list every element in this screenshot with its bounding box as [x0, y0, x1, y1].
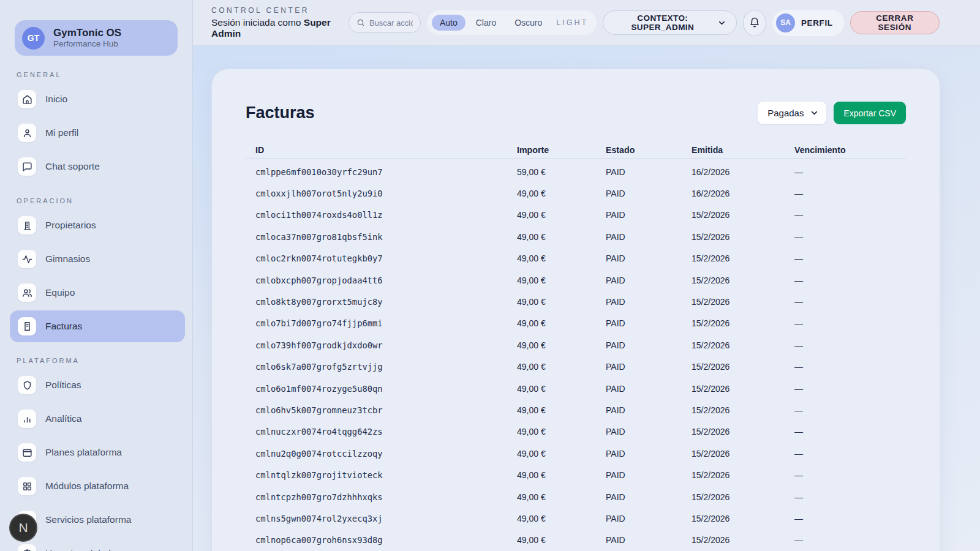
cell-estado: PAID — [606, 384, 692, 394]
export-csv-button[interactable]: Exportar CSV — [834, 102, 906, 124]
chevron-down-icon — [810, 108, 819, 118]
sidebar-item-facturas[interactable]: Facturas — [10, 310, 185, 342]
cell-vencimiento: — — [794, 449, 906, 459]
building-icon — [18, 216, 36, 234]
sidebar-item-label: Equipo — [45, 287, 75, 298]
context-label: CONTEXTO: SUPER_ADMIN — [613, 13, 712, 32]
table-row[interactable]: cmloc2rkn0074rotutegkb0y749,00 €PAID15/2… — [246, 248, 906, 269]
column-header-estado: Estado — [606, 145, 692, 155]
column-header-emitida: Emitida — [692, 145, 794, 155]
session-prefix: Sesión iniciada como — [211, 17, 301, 28]
profile-label: PERFIL — [801, 18, 833, 28]
session-text: Sesión iniciada como Super Admin — [211, 17, 342, 39]
cell-importe: 49,00 € — [517, 276, 606, 285]
cell-emitida: 15/2/2026 — [692, 340, 794, 350]
chat-icon — [18, 157, 36, 176]
card-header: Facturas Pagadas Exportar CSV — [246, 102, 906, 124]
cell-importe: 49,00 € — [517, 449, 606, 459]
sidebar-item-politicas[interactable]: Políticas — [10, 369, 185, 401]
notifications-button[interactable] — [743, 10, 766, 36]
cell-estado: PAID — [606, 362, 692, 372]
cell-estado: PAID — [606, 470, 692, 480]
cell-emitida: 15/2/2026 — [692, 384, 794, 394]
cell-estado: PAID — [606, 340, 692, 350]
table-row[interactable]: cmlo6hv5k007gromneuz3tcbr49,00 €PAID15/2… — [246, 399, 906, 421]
sidebar-item-label: Usuarios globales — [45, 548, 121, 551]
sidebar-item-analitica[interactable]: Analítica — [10, 403, 185, 435]
cell-id: cmlnop6ca007groh6nsx93d8g — [246, 535, 517, 545]
logout-button[interactable]: CERRAR SESIÓN — [850, 11, 940, 34]
table-row[interactable]: cmlo739hf007grodkjdxdo0wr49,00 €PAID15/2… — [246, 334, 906, 356]
table-row[interactable]: cmlntcpzh007gro7dzhhhxqks49,00 €PAID15/2… — [246, 486, 906, 508]
profile-button[interactable]: SA PERFIL — [772, 10, 844, 36]
cell-vencimiento: — — [794, 405, 906, 415]
cell-importe: 49,00 € — [517, 232, 606, 242]
sidebar-item-gimnasios[interactable]: Gimnasios — [10, 243, 185, 275]
table-row[interactable]: cmlnop6ca007groh6nsx93d8g49,00 €PAID15/2… — [246, 530, 906, 551]
cell-estado: PAID — [606, 297, 692, 307]
cell-vencimiento: — — [794, 362, 906, 372]
search-box[interactable] — [349, 12, 421, 33]
table-row[interactable]: cmlo7bi7d007gro74fjjp6mmi49,00 €PAID15/2… — [246, 313, 906, 334]
sidebar-item-label: Analítica — [45, 413, 81, 424]
sidebar-item-modulos-plataforma[interactable]: Módulos plataforma — [10, 470, 185, 502]
theme-oscuro-button[interactable]: Oscuro — [507, 15, 550, 31]
cell-emitida: 15/2/2026 — [692, 253, 794, 263]
theme-claro-button[interactable]: Claro — [468, 15, 504, 31]
dev-badge-letter: N — [18, 520, 28, 535]
cell-emitida: 15/2/2026 — [692, 297, 794, 307]
dev-tools-badge[interactable]: N — [9, 514, 37, 542]
theme-auto-button[interactable]: Auto — [432, 15, 466, 31]
column-header-vencimiento: Vencimiento — [794, 145, 906, 155]
table-row[interactable]: cmlns5gwn0074rol2yxecq3xj49,00 €PAID15/2… — [246, 508, 906, 529]
sidebar-item-propietarios[interactable]: Propietarios — [10, 209, 185, 241]
sidebar-item-inicio[interactable]: Inicio — [10, 83, 185, 115]
sidebar-item-label: Propietarios — [45, 220, 96, 231]
invoices-card: Facturas Pagadas Exportar CSV ID Importe… — [211, 69, 940, 551]
cell-id: cmlo739hf007grodkjdxdo0wr — [246, 340, 517, 350]
filter-value: Pagadas — [767, 108, 804, 118]
table-row[interactable]: cmloxxjlh007orot5nly2u9i049,00 €PAID16/2… — [246, 182, 906, 204]
invoice-table-body: cmlppe6mf0010o30yrfc29un759,00 €PAID16/2… — [246, 159, 906, 551]
cell-importe: 49,00 € — [517, 340, 606, 350]
cell-id: cmloxxjlh007orot5nly2u9i0 — [246, 189, 517, 198]
sidebar-item-mi-perfil[interactable]: Mi perfil — [10, 117, 185, 149]
cell-vencimiento: — — [794, 297, 906, 307]
table-row[interactable]: cmlntqlzk007grojitvioteck49,00 €PAID15/2… — [246, 464, 906, 485]
cell-estado: PAID — [606, 167, 692, 177]
cell-estado: PAID — [606, 253, 692, 263]
table-row[interactable]: cmloci1th0074roxds4o0ll1z49,00 €PAID15/2… — [246, 204, 906, 226]
table-row[interactable]: cmlnuczxr0074ro4tqgg642zs49,00 €PAID15/2… — [246, 421, 906, 443]
cell-emitida: 15/2/2026 — [692, 276, 794, 285]
cell-id: cmlo8kt8y007grorxt5mujc8y — [246, 297, 517, 307]
cell-emitida: 15/2/2026 — [692, 449, 794, 459]
sidebar-item-chat-soporte[interactable]: Chat soporte — [10, 151, 185, 182]
table-row[interactable]: cmlnu2q0g0074rotccilzzoqy49,00 €PAID15/2… — [246, 443, 906, 464]
sidebar-item-planes-plataforma[interactable]: Planes plataforma — [10, 437, 185, 468]
cell-id: cmlo6sk7a007grofg5zrtvjjg — [246, 362, 517, 372]
table-row[interactable]: cmlo6sk7a007grofg5zrtvjjg49,00 €PAID15/2… — [246, 356, 906, 378]
brand-card[interactable]: GT GymTonic OS Performance Hub — [15, 20, 178, 56]
cell-importe: 49,00 € — [517, 362, 606, 372]
brand-subtitle: Performance Hub — [53, 39, 121, 50]
table-row[interactable]: cmloca37n007gro81qbsf5ink49,00 €PAID15/2… — [246, 226, 906, 247]
cell-vencimiento: — — [794, 167, 906, 177]
table-row[interactable]: cmlobxcph007gropjodaa4tt649,00 €PAID15/2… — [246, 269, 906, 291]
page-title: Facturas — [246, 103, 315, 122]
table-row[interactable]: cmlppe6mf0010o30yrfc29un759,00 €PAID16/2… — [246, 161, 906, 182]
context-selector[interactable]: CONTEXTO: SUPER_ADMIN — [603, 10, 737, 35]
cell-id: cmlo6o1mf0074rozyge5u80qn — [246, 384, 517, 394]
cell-emitida: 15/2/2026 — [692, 470, 794, 480]
cell-id: cmlo6hv5k007gromneuz3tcbr — [246, 405, 517, 415]
cell-emitida: 15/2/2026 — [692, 427, 794, 437]
sidebar-item-usuarios-globales[interactable]: Usuarios globales — [10, 538, 185, 551]
cell-id: cmloca37n007gro81qbsf5ink — [246, 232, 517, 242]
search-input[interactable] — [369, 18, 413, 28]
table-row[interactable]: cmlo8kt8y007grorxt5mujc8y49,00 €PAID15/2… — [246, 291, 906, 312]
table-row[interactable]: cmlo6o1mf0074rozyge5u80qn49,00 €PAID15/2… — [246, 378, 906, 399]
section-label-plataforma: PLATAFORMA — [17, 357, 192, 364]
status-filter-select[interactable]: Pagadas — [758, 102, 826, 124]
cell-estado: PAID — [606, 210, 692, 220]
cell-vencimiento: — — [794, 427, 906, 437]
sidebar-item-equipo[interactable]: Equipo — [10, 277, 185, 309]
